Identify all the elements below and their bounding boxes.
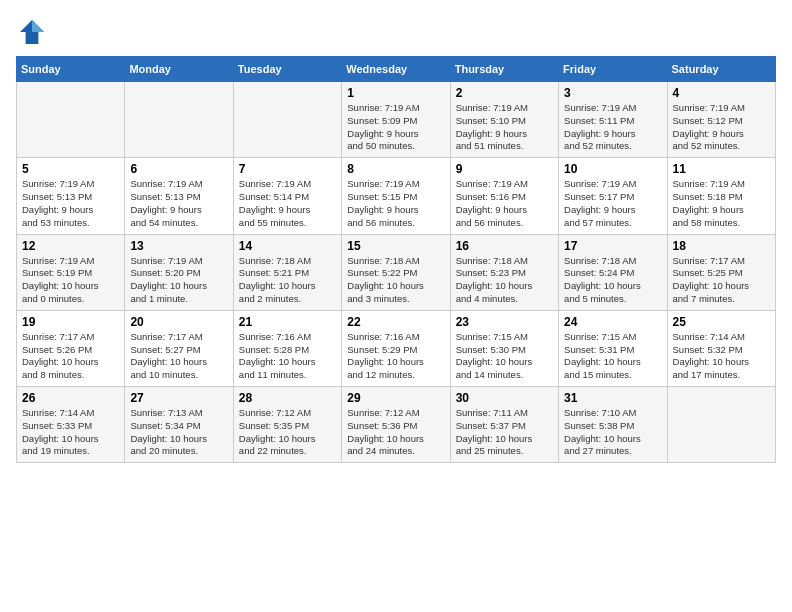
day-number: 10 (564, 162, 661, 176)
calendar-cell: 4Sunrise: 7:19 AM Sunset: 5:12 PM Daylig… (667, 82, 775, 158)
day-info: Sunrise: 7:17 AM Sunset: 5:26 PM Dayligh… (22, 331, 119, 382)
calendar-cell: 27Sunrise: 7:13 AM Sunset: 5:34 PM Dayli… (125, 387, 233, 463)
day-number: 23 (456, 315, 553, 329)
calendar-cell: 13Sunrise: 7:19 AM Sunset: 5:20 PM Dayli… (125, 234, 233, 310)
calendar-cell: 11Sunrise: 7:19 AM Sunset: 5:18 PM Dayli… (667, 158, 775, 234)
calendar-cell: 23Sunrise: 7:15 AM Sunset: 5:30 PM Dayli… (450, 310, 558, 386)
column-header-monday: Monday (125, 57, 233, 82)
calendar-cell: 3Sunrise: 7:19 AM Sunset: 5:11 PM Daylig… (559, 82, 667, 158)
day-number: 9 (456, 162, 553, 176)
day-info: Sunrise: 7:18 AM Sunset: 5:24 PM Dayligh… (564, 255, 661, 306)
calendar-cell (667, 387, 775, 463)
calendar-cell: 30Sunrise: 7:11 AM Sunset: 5:37 PM Dayli… (450, 387, 558, 463)
column-header-wednesday: Wednesday (342, 57, 450, 82)
day-number: 20 (130, 315, 227, 329)
day-info: Sunrise: 7:16 AM Sunset: 5:28 PM Dayligh… (239, 331, 336, 382)
calendar-header-row: SundayMondayTuesdayWednesdayThursdayFrid… (17, 57, 776, 82)
calendar-week-row: 12Sunrise: 7:19 AM Sunset: 5:19 PM Dayli… (17, 234, 776, 310)
day-info: Sunrise: 7:18 AM Sunset: 5:22 PM Dayligh… (347, 255, 444, 306)
day-number: 12 (22, 239, 119, 253)
day-number: 28 (239, 391, 336, 405)
calendar-cell: 7Sunrise: 7:19 AM Sunset: 5:14 PM Daylig… (233, 158, 341, 234)
calendar-cell: 29Sunrise: 7:12 AM Sunset: 5:36 PM Dayli… (342, 387, 450, 463)
day-number: 3 (564, 86, 661, 100)
day-info: Sunrise: 7:19 AM Sunset: 5:18 PM Dayligh… (673, 178, 770, 229)
calendar-cell: 16Sunrise: 7:18 AM Sunset: 5:23 PM Dayli… (450, 234, 558, 310)
day-info: Sunrise: 7:17 AM Sunset: 5:27 PM Dayligh… (130, 331, 227, 382)
day-info: Sunrise: 7:13 AM Sunset: 5:34 PM Dayligh… (130, 407, 227, 458)
day-number: 30 (456, 391, 553, 405)
calendar-cell: 22Sunrise: 7:16 AM Sunset: 5:29 PM Dayli… (342, 310, 450, 386)
day-info: Sunrise: 7:19 AM Sunset: 5:15 PM Dayligh… (347, 178, 444, 229)
calendar-cell: 21Sunrise: 7:16 AM Sunset: 5:28 PM Dayli… (233, 310, 341, 386)
calendar-cell: 19Sunrise: 7:17 AM Sunset: 5:26 PM Dayli… (17, 310, 125, 386)
calendar-cell (125, 82, 233, 158)
calendar-cell: 18Sunrise: 7:17 AM Sunset: 5:25 PM Dayli… (667, 234, 775, 310)
day-info: Sunrise: 7:16 AM Sunset: 5:29 PM Dayligh… (347, 331, 444, 382)
calendar-cell: 6Sunrise: 7:19 AM Sunset: 5:13 PM Daylig… (125, 158, 233, 234)
day-info: Sunrise: 7:19 AM Sunset: 5:19 PM Dayligh… (22, 255, 119, 306)
day-info: Sunrise: 7:19 AM Sunset: 5:10 PM Dayligh… (456, 102, 553, 153)
calendar-cell: 9Sunrise: 7:19 AM Sunset: 5:16 PM Daylig… (450, 158, 558, 234)
calendar-cell: 17Sunrise: 7:18 AM Sunset: 5:24 PM Dayli… (559, 234, 667, 310)
calendar-cell: 31Sunrise: 7:10 AM Sunset: 5:38 PM Dayli… (559, 387, 667, 463)
day-info: Sunrise: 7:14 AM Sunset: 5:32 PM Dayligh… (673, 331, 770, 382)
day-info: Sunrise: 7:19 AM Sunset: 5:09 PM Dayligh… (347, 102, 444, 153)
calendar-cell: 2Sunrise: 7:19 AM Sunset: 5:10 PM Daylig… (450, 82, 558, 158)
calendar-cell: 15Sunrise: 7:18 AM Sunset: 5:22 PM Dayli… (342, 234, 450, 310)
column-header-tuesday: Tuesday (233, 57, 341, 82)
day-number: 4 (673, 86, 770, 100)
day-number: 13 (130, 239, 227, 253)
day-number: 5 (22, 162, 119, 176)
day-number: 27 (130, 391, 227, 405)
calendar-cell: 8Sunrise: 7:19 AM Sunset: 5:15 PM Daylig… (342, 158, 450, 234)
svg-marker-1 (32, 20, 44, 32)
day-info: Sunrise: 7:18 AM Sunset: 5:23 PM Dayligh… (456, 255, 553, 306)
calendar-week-row: 5Sunrise: 7:19 AM Sunset: 5:13 PM Daylig… (17, 158, 776, 234)
day-number: 6 (130, 162, 227, 176)
day-number: 19 (22, 315, 119, 329)
logo-icon (16, 16, 48, 48)
day-number: 25 (673, 315, 770, 329)
day-number: 16 (456, 239, 553, 253)
logo (16, 16, 52, 48)
day-number: 26 (22, 391, 119, 405)
calendar-cell: 5Sunrise: 7:19 AM Sunset: 5:13 PM Daylig… (17, 158, 125, 234)
day-info: Sunrise: 7:19 AM Sunset: 5:16 PM Dayligh… (456, 178, 553, 229)
column-header-saturday: Saturday (667, 57, 775, 82)
column-header-sunday: Sunday (17, 57, 125, 82)
day-info: Sunrise: 7:12 AM Sunset: 5:35 PM Dayligh… (239, 407, 336, 458)
column-header-friday: Friday (559, 57, 667, 82)
calendar-table: SundayMondayTuesdayWednesdayThursdayFrid… (16, 56, 776, 463)
day-number: 18 (673, 239, 770, 253)
day-info: Sunrise: 7:15 AM Sunset: 5:31 PM Dayligh… (564, 331, 661, 382)
day-info: Sunrise: 7:14 AM Sunset: 5:33 PM Dayligh… (22, 407, 119, 458)
calendar-cell: 28Sunrise: 7:12 AM Sunset: 5:35 PM Dayli… (233, 387, 341, 463)
day-number: 8 (347, 162, 444, 176)
calendar-cell: 12Sunrise: 7:19 AM Sunset: 5:19 PM Dayli… (17, 234, 125, 310)
calendar-week-row: 19Sunrise: 7:17 AM Sunset: 5:26 PM Dayli… (17, 310, 776, 386)
page-header (16, 16, 776, 48)
day-number: 14 (239, 239, 336, 253)
day-info: Sunrise: 7:11 AM Sunset: 5:37 PM Dayligh… (456, 407, 553, 458)
day-info: Sunrise: 7:19 AM Sunset: 5:14 PM Dayligh… (239, 178, 336, 229)
day-number: 2 (456, 86, 553, 100)
calendar-cell: 10Sunrise: 7:19 AM Sunset: 5:17 PM Dayli… (559, 158, 667, 234)
day-number: 22 (347, 315, 444, 329)
day-number: 24 (564, 315, 661, 329)
day-number: 17 (564, 239, 661, 253)
day-info: Sunrise: 7:19 AM Sunset: 5:12 PM Dayligh… (673, 102, 770, 153)
day-info: Sunrise: 7:15 AM Sunset: 5:30 PM Dayligh… (456, 331, 553, 382)
calendar-cell: 14Sunrise: 7:18 AM Sunset: 5:21 PM Dayli… (233, 234, 341, 310)
day-number: 21 (239, 315, 336, 329)
day-info: Sunrise: 7:19 AM Sunset: 5:13 PM Dayligh… (130, 178, 227, 229)
column-header-thursday: Thursday (450, 57, 558, 82)
day-number: 1 (347, 86, 444, 100)
calendar-week-row: 26Sunrise: 7:14 AM Sunset: 5:33 PM Dayli… (17, 387, 776, 463)
calendar-cell (17, 82, 125, 158)
day-info: Sunrise: 7:19 AM Sunset: 5:11 PM Dayligh… (564, 102, 661, 153)
day-info: Sunrise: 7:19 AM Sunset: 5:17 PM Dayligh… (564, 178, 661, 229)
calendar-cell: 24Sunrise: 7:15 AM Sunset: 5:31 PM Dayli… (559, 310, 667, 386)
calendar-cell: 20Sunrise: 7:17 AM Sunset: 5:27 PM Dayli… (125, 310, 233, 386)
day-number: 31 (564, 391, 661, 405)
